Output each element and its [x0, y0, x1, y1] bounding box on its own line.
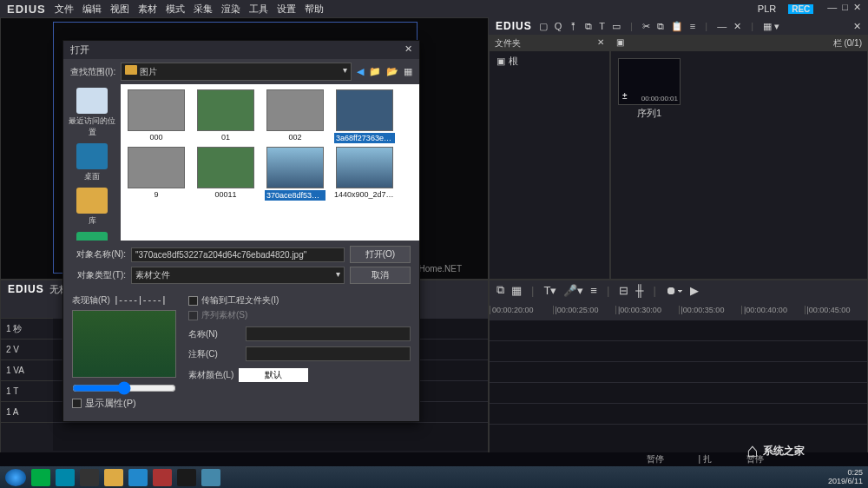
- tree-root-label: 根: [509, 55, 518, 68]
- tb-app2-icon[interactable]: [128, 469, 148, 486]
- tl-play-icon[interactable]: ▶: [690, 284, 699, 297]
- close2-icon[interactable]: ✕: [733, 21, 741, 32]
- color-swatch[interactable]: 默认: [239, 368, 308, 382]
- minimize-icon[interactable]: —: [827, 2, 837, 16]
- file-item[interactable]: 000: [126, 89, 187, 143]
- xfer-check[interactable]: 传输到工程文件夹(I): [188, 294, 411, 307]
- menu-file[interactable]: 文件: [55, 3, 74, 16]
- filetype-select[interactable]: 素材文件▾: [131, 267, 345, 284]
- tl-tool1-icon[interactable]: ⧉: [496, 283, 504, 297]
- timeline-ruler[interactable]: 00:00:20:00 |00:00:25:00 |00:00:30:00 |0…: [490, 300, 867, 320]
- cancel-button[interactable]: 取消: [350, 267, 411, 284]
- show-attr-check[interactable]: 显示属性(P): [72, 397, 176, 410]
- folder-select[interactable]: 图片 ▾: [121, 63, 352, 81]
- tb-app3-icon[interactable]: [201, 469, 220, 486]
- preview-slider[interactable]: [72, 381, 176, 395]
- tb-edius-icon[interactable]: [177, 469, 196, 486]
- tree-close-icon[interactable]: ✕: [597, 37, 604, 49]
- tb-explorer-icon[interactable]: [104, 469, 123, 486]
- note-input[interactable]: [246, 346, 411, 361]
- file-thumb: [336, 89, 393, 131]
- menubar: EDIUS 文件 编辑 视图 素材 模式 采集 渲染 工具 设置 帮助 PLR …: [0, 0, 820, 17]
- place-libraries[interactable]: 库: [65, 188, 119, 227]
- dialog-title: 打开: [70, 43, 89, 56]
- new-folder2-icon[interactable]: 📂: [386, 66, 398, 77]
- back-icon[interactable]: ◀: [357, 66, 364, 77]
- timeline-body[interactable]: 00:00:20:00 |00:00:25:00 |00:00:30:00 |0…: [490, 300, 867, 452]
- note-label: 注释(C): [188, 348, 240, 360]
- menu-tools[interactable]: 工具: [249, 3, 268, 16]
- place-recent[interactable]: 最近访问的位置: [65, 88, 119, 138]
- menu-edit[interactable]: 编辑: [82, 3, 102, 16]
- tl-eq-icon[interactable]: ≡: [590, 284, 597, 297]
- text-icon[interactable]: T: [599, 21, 605, 31]
- tb-ie-icon[interactable]: [31, 469, 50, 486]
- tl-link-icon[interactable]: ⊟: [619, 284, 628, 297]
- tl-rec-icon[interactable]: ⏺▾: [666, 284, 683, 297]
- file-list[interactable]: 000010023a68ff27363e1...900011370ace8df5…: [121, 84, 419, 241]
- file-item[interactable]: 01: [195, 89, 256, 143]
- menu-render[interactable]: 渲染: [221, 3, 240, 16]
- open-button[interactable]: 打开(O): [350, 246, 411, 263]
- file-item[interactable]: 1440x900_2d7e...: [334, 147, 395, 201]
- menu-help[interactable]: 帮助: [305, 3, 324, 16]
- tree-root[interactable]: ▣根: [490, 51, 609, 71]
- tick-5: |00:00:45:00: [805, 306, 868, 314]
- file-thumb: [197, 89, 254, 131]
- rec-badge: REC: [788, 4, 813, 14]
- file-item[interactable]: 370ace8df53227a204d64c76ebad: [265, 147, 326, 201]
- tb-app1-icon[interactable]: [56, 469, 75, 486]
- tb-firefox-icon[interactable]: [153, 469, 172, 486]
- file-item[interactable]: 002: [265, 89, 326, 143]
- props-icon[interactable]: ≡: [690, 21, 695, 31]
- clip-thumb: ± 00:00:00:01: [618, 58, 681, 105]
- tl-mode-icon[interactable]: T▾: [543, 284, 556, 297]
- track-1va[interactable]: 1 VA: [1, 360, 53, 381]
- dialog-close-icon[interactable]: ✕: [404, 43, 412, 56]
- menu-clip[interactable]: 素材: [138, 3, 157, 16]
- maximize-icon[interactable]: □: [842, 2, 848, 16]
- menu-mode[interactable]: 模式: [166, 3, 185, 16]
- bin-clip[interactable]: ± 00:00:00:01 序列1: [618, 58, 681, 120]
- file-item[interactable]: 00011: [195, 147, 256, 201]
- start-button[interactable]: [5, 469, 26, 486]
- track-1a[interactable]: 1 A: [1, 402, 53, 423]
- tl-slider-icon[interactable]: ╫: [635, 284, 643, 297]
- track-1t[interactable]: 1 T: [1, 381, 53, 402]
- window-buttons: — □ ✕: [820, 0, 868, 17]
- file-item[interactable]: 3a68ff27363e1...: [334, 89, 395, 143]
- close-icon[interactable]: ✕: [853, 2, 861, 16]
- file-name: 000: [126, 133, 187, 142]
- tl-tool2-icon[interactable]: ▦: [511, 284, 522, 297]
- tb-qq-icon[interactable]: [80, 469, 99, 486]
- file-item[interactable]: 9: [126, 147, 187, 201]
- menu-capture[interactable]: 采集: [194, 3, 213, 16]
- copy-icon[interactable]: ⧉: [657, 21, 664, 32]
- bin-close-icon[interactable]: ✕: [853, 21, 861, 32]
- name-input[interactable]: [246, 326, 411, 341]
- paste-icon[interactable]: 📋: [671, 21, 683, 32]
- view-grid-icon[interactable]: ▦: [404, 66, 412, 77]
- up-folder-icon[interactable]: 📁: [369, 66, 381, 77]
- up-icon[interactable]: ⭱: [569, 21, 578, 31]
- delete-icon[interactable]: —: [717, 21, 727, 31]
- view-icon[interactable]: ▦ ▾: [763, 21, 779, 32]
- filename-input[interactable]: [131, 247, 345, 262]
- taskbar: 0:25 2019/6/11: [0, 466, 868, 488]
- file-thumb: [128, 147, 185, 188]
- cut-icon[interactable]: ✂: [642, 21, 650, 32]
- track-names: 1 秒 2 V 1 VA 1 T 1 A: [1, 298, 53, 451]
- tool-icon[interactable]: ⧉: [585, 21, 592, 32]
- menu-settings[interactable]: 设置: [277, 3, 296, 16]
- search-icon[interactable]: Q: [555, 21, 562, 31]
- title-icon[interactable]: ▭: [612, 21, 621, 32]
- track-2v[interactable]: 2 V: [1, 340, 53, 360]
- new-folder-icon[interactable]: ▢: [539, 21, 548, 32]
- system-tray[interactable]: 0:25 2019/6/11: [828, 469, 863, 486]
- place-desktop[interactable]: 桌面: [65, 143, 119, 182]
- tl-mic-icon[interactable]: 🎤▾: [563, 284, 583, 297]
- menu-view[interactable]: 视图: [110, 3, 129, 16]
- track-1s[interactable]: 1 秒: [1, 319, 53, 340]
- folder-tree: 文件夹✕ ▣根: [489, 35, 610, 280]
- open-dialog: 打开 ✕ 查找范围(I): 图片 ▾ ◀ 📁 📂 ▦ 最近访问的位置 桌面 库 …: [62, 40, 420, 422]
